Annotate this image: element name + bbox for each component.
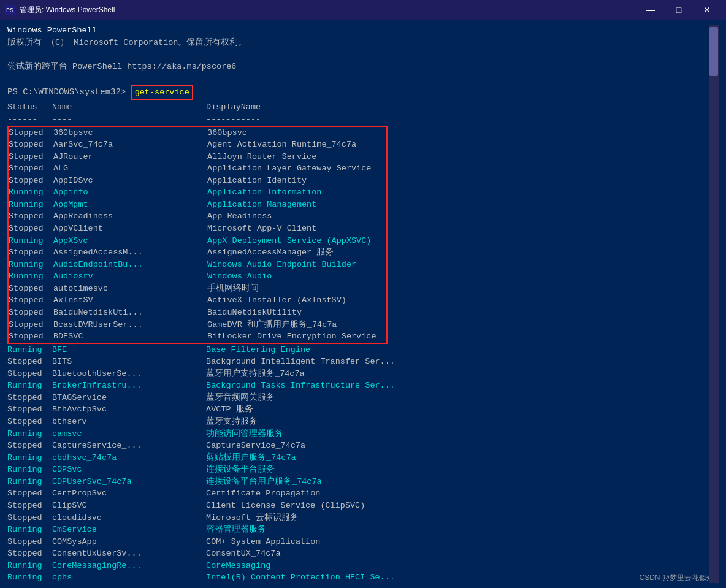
minimize-button[interactable]: — — [636, 0, 665, 20]
svc-AudioEndpointBu: Running AudioEndpointBu... Windows Audio… — [9, 259, 386, 271]
table-header: Status Name DisplayName — [7, 101, 709, 113]
svc-AppMgmt: Running AppMgmt Application Management — [9, 199, 386, 211]
svc-Audiosrv: Running Audiosrv Windows Audio — [9, 270, 386, 283]
svc-BFE: Running BFE Base Filtering Engine — [7, 344, 709, 356]
svc-CertPropSvc: Stopped CertPropSvc Certificate Propagat… — [7, 487, 709, 500]
powershell-icon: PS — [5, 5, 15, 15]
svc-AssignedAccessM: Stopped AssignedAccessM... AssignedAcces… — [9, 246, 386, 259]
powershell-window: PS 管理员: Windows PowerShell — □ ✕ Windows… — [0, 0, 726, 588]
svc-AppIDSvc: Stopped AppIDSvc Application Identity — [9, 175, 386, 187]
svc-BrokerInfrastru: Running BrokerInfrastru... Background Ta… — [7, 380, 709, 392]
watermark: CSDN @梦里云花似众 — [639, 573, 709, 583]
services-output: Status Name DisplayName ------ ---- ----… — [7, 101, 709, 583]
maximize-button[interactable]: □ — [665, 0, 693, 20]
svc-BTAGService: Stopped BTAGService 蓝牙音频网关服务 — [7, 392, 709, 404]
svc-bthserv: Stopped bthserv 蓝牙支持服务 — [7, 416, 709, 428]
scrollbar-thumb[interactable] — [709, 27, 718, 76]
window-title: 管理员: Windows PowerShell — [20, 5, 636, 15]
intro-line-5 — [7, 72, 709, 85]
scrollbar[interactable] — [709, 25, 719, 583]
svc-CmService: Running CmService 容器管理器服务 — [7, 524, 709, 536]
svc-CDPSvc: Running CDPSvc 连接设备平台服务 — [7, 464, 709, 476]
command-line: PS C:\WINDOWS\system32> get-service — [7, 85, 709, 101]
svc-360bpsvc: Stopped 360bpsvc 360bpsvc — [9, 127, 386, 139]
window-controls: — □ ✕ — [636, 0, 721, 20]
terminal-content: Windows PowerShell 版权所有 （C） Microsoft Co… — [7, 25, 709, 583]
close-button[interactable]: ✕ — [693, 0, 721, 20]
svc-BaiduNetdiskUti: Stopped BaiduNetdiskUti... BaiduNetdiskU… — [9, 307, 386, 319]
svc-BITS: Stopped BITS Background Intelligent Tran… — [7, 356, 709, 368]
svc-cphs: Running cphs Intel(R) Content Protection… — [7, 571, 709, 583]
svc-AJRouter: Stopped AJRouter AllJoyn Router Service — [9, 151, 386, 163]
svc-autotimesvc: Stopped autotimesvc 手机网络时间 — [9, 283, 386, 295]
terminal-body: Windows PowerShell 版权所有 （C） Microsoft Co… — [0, 20, 726, 588]
command-text: get-service — [131, 85, 193, 101]
svc-AppReadiness: Stopped AppReadiness App Readiness — [9, 210, 386, 223]
svc-camsvc: Running camsvc 功能访问管理器服务 — [7, 428, 709, 440]
svc-BthAvctpSvc: Stopped BthAvctpSvc AVCTP 服务 — [7, 403, 709, 416]
svc-ClipSVC: Stopped ClipSVC Client License Service (… — [7, 500, 709, 512]
svc-BluetoothUserSe: Stopped BluetoothUserSe... 蓝牙用户支持服务_74c7… — [7, 368, 709, 380]
svc-ALG: Stopped ALG Application Layer Gateway Se… — [9, 162, 386, 175]
svc-AppXSvc: Running AppXSvc AppX Deployment Service … — [9, 235, 386, 247]
intro-line-1: Windows PowerShell — [7, 25, 709, 37]
table-divider: ------ ---- ----------- — [7, 113, 709, 126]
svc-ConsentUxUserSv: Stopped ConsentUxUserSv... ConsentUX_74c… — [7, 548, 709, 560]
svc-AppVClient: Stopped AppVClient Microsoft App-V Clien… — [9, 223, 386, 235]
svc-cloudidsvc: Stopped cloudidsvc Microsoft 云标识服务 — [7, 512, 709, 524]
svc-CaptureService: Stopped CaptureService_... CaptureServic… — [7, 440, 709, 452]
svg-text:PS: PS — [6, 7, 13, 14]
svc-COMSysApp: Stopped COMSysApp COM+ System Applicatio… — [7, 536, 709, 548]
svc-Appinfo: Running Appinfo Application Information — [9, 186, 386, 199]
prompt-text: PS C:\WINDOWS\system32> — [7, 86, 131, 98]
intro-line-2: 版权所有 （C） Microsoft Corporation。保留所有权利。 — [7, 37, 709, 49]
svc-BcastDVRUserSer: Stopped BcastDVRUserSer... GameDVR 和广播用户… — [9, 319, 386, 331]
svc-AarSvc: Stopped AarSvc_74c7a Agent Activation Ru… — [9, 139, 386, 151]
svc-AxInstSV: Stopped AxInstSV ActiveX Installer (AxIn… — [9, 294, 386, 307]
svc-CoreMessagingRe: Running CoreMessagingRe... CoreMessaging — [7, 560, 709, 572]
svc-CDPUserSvc: Running CDPUserSvc_74c7a 连接设备平台用户服务_74c7… — [7, 476, 709, 488]
title-bar: PS 管理员: Windows PowerShell — □ ✕ — [0, 0, 726, 20]
bordered-services-section: Stopped 360bpsvc 360bpsvc Stopped AarSvc… — [7, 126, 388, 344]
svc-cbdhsvc: Running cbdhsvc_74c7a 剪贴板用户服务_74c7a — [7, 452, 709, 464]
intro-line-3 — [7, 48, 709, 61]
intro-line-4: 尝试新的跨平台 PowerShell https://aka.ms/pscore… — [7, 61, 709, 73]
svc-BDESVC: Stopped BDESVC BitLocker Drive Encryptio… — [9, 330, 386, 343]
